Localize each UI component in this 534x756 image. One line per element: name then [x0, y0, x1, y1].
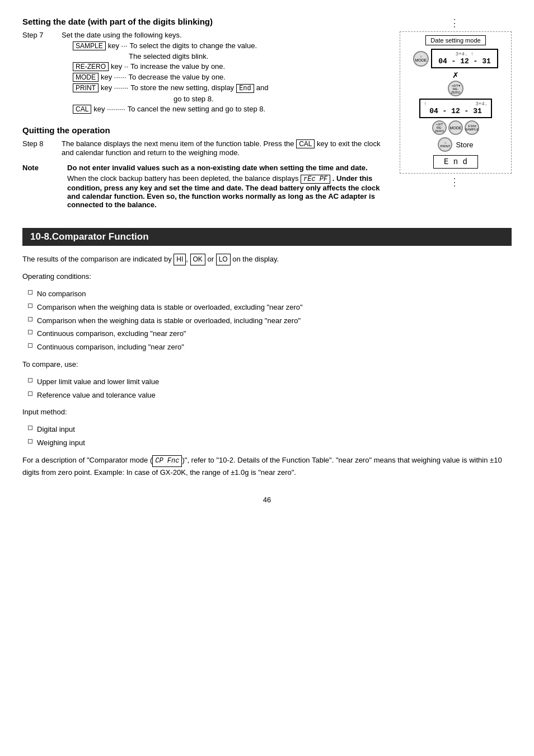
sample-bottom-btn: 1/10d SAMPLE [465, 120, 479, 135]
goto-step8: go to step 8. [174, 95, 388, 103]
sample-dots: key ··· [108, 41, 128, 50]
rezero-icon: +0/T▾ [451, 83, 460, 87]
mode-key: MODE [73, 73, 99, 82]
note-line2: When the clock backup battery has been d… [67, 174, 388, 209]
diagram-container: Date setting mode ○ MODE 3+4. ↑ 04 - 12 … [400, 31, 512, 174]
top-display: 3+4. ↑ 04 - 12 - 31 [431, 49, 498, 68]
second-display-code: 3+4. [475, 101, 488, 107]
sample-bottom-label: SAMPLE [465, 128, 479, 131]
step7-label: Step 7 [22, 31, 62, 115]
mode-bottom-label: MODE [450, 126, 462, 130]
bullet-tc-2 [28, 391, 32, 396]
key-print-row: PRINT key ······· To store the new setti… [73, 83, 388, 93]
input-methods-list: Digital input Weighing input [28, 424, 512, 449]
bottom-buttons-row: +0/T RE-ZERO MODE 1/10d SAMPLE [404, 120, 508, 135]
end-display-diagram: E n d [433, 155, 478, 169]
oc-item-2: Comparison when the weighing data is sta… [28, 302, 512, 314]
print-btn-label: PRINT [440, 144, 450, 148]
bullet-5 [28, 343, 32, 348]
oc-item-3: Comparison when the weighing data is sta… [28, 315, 512, 327]
rezero-dots: key ·· [111, 62, 128, 71]
top-section: Setting the date (with part of the digit… [22, 17, 512, 211]
step7-text: Set the date using the following keys. [62, 31, 388, 39]
setting-date-title: Setting the date (with part of the digit… [22, 17, 388, 26]
page-number: 46 [22, 496, 512, 504]
note-label: Note [22, 164, 62, 211]
store-label: Store [456, 141, 473, 149]
cp-fnc-display: CP Fnc [152, 455, 182, 467]
oc-text-1: No comparison [37, 288, 86, 300]
to-compare-list: Upper limit value and lower limit value … [28, 376, 512, 402]
date-setting-label: Date setting mode [425, 35, 485, 45]
mode-btn-label: MODE [415, 58, 427, 62]
rezero-button-diagram: +0/T▾ RE-ZERO [448, 81, 463, 96]
bullet-im-1 [28, 426, 32, 430]
left-content: Setting the date (with part of the digit… [22, 17, 388, 211]
quitting-title: Quitting the operation [22, 125, 388, 135]
im-text-1: Digital input [37, 424, 75, 436]
rezero-btn-label: RE-ZERO [449, 87, 462, 94]
second-display-main: 04 - 12 - 31 [424, 107, 488, 115]
description-para: For a description of "Comparator mode (C… [22, 455, 512, 479]
cal-key: CAL [73, 105, 91, 114]
section-title: 10-8.Comparator Function [30, 231, 149, 242]
sample-key: SAMPLE [73, 41, 106, 50]
step8-text: The balance displays the next menu item … [62, 139, 296, 148]
step7-content: Set the date using the following keys. S… [62, 31, 388, 115]
note-section: Note Do not enter invalid values such as… [22, 164, 388, 211]
mode-button-diagram: ○ MODE [413, 51, 429, 67]
print-key: PRINT [73, 83, 99, 92]
key-rezero-row: RE-ZERO key ·· To increase the value by … [73, 62, 388, 71]
dots-bottom: ⋮ [400, 176, 512, 188]
rezero-bottom-label: RE-ZERO [433, 126, 446, 133]
end-display-inline: End [236, 84, 254, 93]
oc-text-2: Comparison when the weighing data is sta… [37, 302, 303, 314]
mode-bottom-btn: MODE [448, 120, 463, 135]
second-display-top: ↑ 3+4. [424, 101, 488, 107]
page-content: Setting the date (with part of the digit… [22, 17, 512, 504]
print-store-row: ○ PRINT Store [404, 137, 508, 152]
im-item-1: Digital input [28, 424, 512, 436]
im-text-2: Weighing input [37, 437, 85, 449]
oc-item-1: No comparison [28, 288, 512, 300]
ok-key: OK [190, 254, 205, 265]
oc-text-4: Continuous comparison, excluding "near z… [37, 328, 186, 340]
mode-dots: key ······ [101, 73, 127, 81]
blink-note: The selected digits blink. [129, 52, 388, 60]
step8-label: Step 8 [22, 139, 62, 157]
cal-key-step8: CAL [296, 139, 315, 148]
lo-key: LO [216, 254, 231, 265]
section-body: The results of the comparison are indica… [22, 254, 512, 479]
input-method-label: Input method: [22, 407, 512, 418]
tc-item-1: Upper limit value and lower limit value [28, 376, 512, 388]
rtc-pf-display: rEc PF [301, 175, 330, 184]
display-top-small: 3+4. ↑ [435, 52, 494, 57]
tc-text-2: Reference value and tolerance value [37, 390, 156, 402]
rezero-bottom-btn: +0/T RE-ZERO [432, 120, 447, 135]
note-line1: Do not enter invalid values such as a no… [67, 164, 388, 172]
print-desc: To store the new setting, display [130, 83, 234, 92]
top-display-row: ○ MODE 3+4. ↑ 04 - 12 - 31 [404, 49, 508, 68]
sample-desc: To select the digits to change the value… [129, 41, 257, 50]
second-display-arrow: ↑ [424, 101, 427, 107]
bullet-3 [28, 317, 32, 321]
rezero-row: +0/T▾ RE-ZERO [404, 81, 508, 96]
bullet-tc-1 [28, 378, 32, 382]
hi-key: HI [174, 254, 186, 265]
rezero-desc: To increase the value by one. [130, 62, 225, 71]
section-intro: The results of the comparison are indica… [22, 254, 512, 265]
dots-top: ⋮ [400, 17, 512, 29]
second-display: ↑ 3+4. 04 - 12 - 31 [419, 99, 492, 118]
key-sample-row: SAMPLE key ··· To select the digits to c… [73, 41, 388, 50]
section-10-8-header: 10-8.Comparator Function [22, 228, 512, 246]
print-button-diagram: ○ PRINT [438, 137, 452, 152]
cal-dots: key ········· [93, 105, 125, 113]
quitting-section: Quitting the operation Step 8 The balanc… [22, 125, 388, 157]
tc-text-1: Upper limit value and lower limit value [37, 376, 159, 388]
x-mark: ✗ [404, 71, 508, 80]
step8-content: The balance displays the next menu item … [62, 139, 388, 157]
mode-desc: To decrease the value by one. [129, 73, 226, 81]
to-compare-label: To compare, use: [22, 359, 512, 371]
operating-conditions-label: Operating conditions: [22, 271, 512, 283]
oc-item-4: Continuous comparison, excluding "near z… [28, 328, 512, 340]
